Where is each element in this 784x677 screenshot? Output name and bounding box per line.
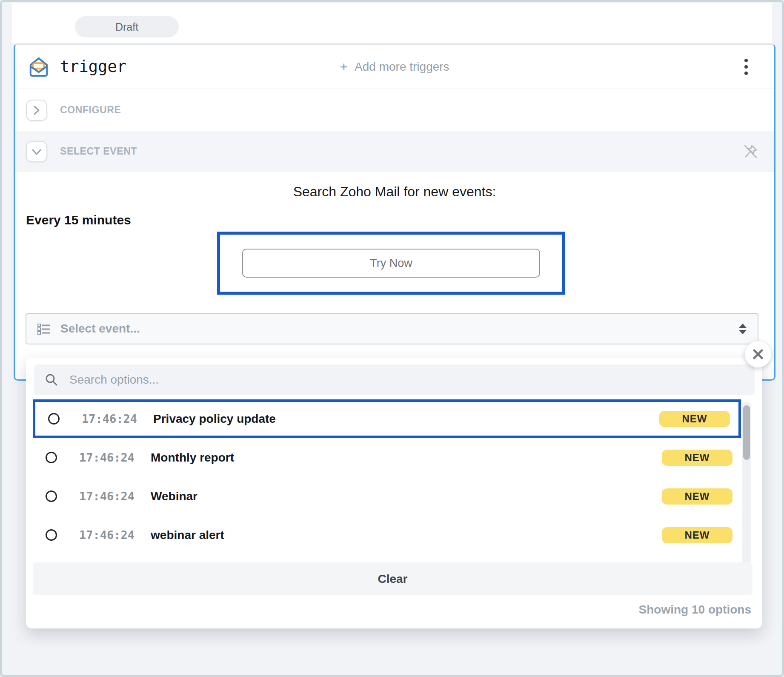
automation-builder-page: Draft trigger + Add more triggers [0, 0, 784, 677]
pin-off-icon[interactable] [741, 142, 760, 161]
select-event-label: SELECT EVENT [60, 146, 137, 157]
top-bar: Draft [12, 3, 772, 43]
kebab-menu-icon[interactable] [742, 56, 750, 77]
option-timestamp: 17:46:24 [79, 451, 134, 464]
radio-button-icon[interactable] [46, 529, 57, 541]
chevron-down-icon [31, 147, 42, 156]
option-label: Privacy policy update [153, 412, 276, 426]
select-event-dropdown[interactable]: Select event... [26, 313, 758, 344]
mail-envelope-icon [27, 55, 51, 79]
try-now-button[interactable]: Try Now [242, 249, 540, 278]
new-badge: NEW [662, 527, 732, 543]
new-badge: NEW [662, 450, 732, 466]
option-timestamp: 17:46:24 [82, 412, 137, 425]
status-badge: Draft [75, 16, 179, 37]
new-badge: NEW [662, 488, 732, 505]
search-icon [45, 373, 58, 387]
chevron-right-icon [32, 105, 41, 116]
option-label: Monthly report [151, 451, 234, 465]
option-row[interactable]: 17:46:24 Webinar NEW [33, 477, 741, 516]
select-event-section-header: SELECT EVENT [15, 131, 774, 172]
trigger-title: trigger [60, 57, 126, 76]
option-row[interactable]: 17:46:24 webinar alert NEW [33, 516, 741, 554]
event-options-dropdown-panel: Search options... 17:46:24 Privacy polic… [26, 358, 762, 628]
options-scrollbar-thumb[interactable] [743, 405, 750, 460]
radio-button-icon[interactable] [48, 413, 60, 425]
options-list: 17:46:24 Privacy policy update NEW 17:46… [26, 399, 762, 554]
add-more-triggers-button[interactable]: + Add more triggers [340, 60, 449, 74]
option-timestamp: 17:46:24 [79, 528, 134, 542]
configure-section-header: CONFIGURE [15, 89, 774, 131]
configure-label: CONFIGURE [60, 104, 121, 116]
close-icon [752, 348, 764, 360]
add-more-triggers-label: Add more triggers [355, 60, 449, 74]
option-label: Webinar [151, 490, 197, 503]
new-badge: NEW [659, 411, 730, 427]
clear-button[interactable]: Clear [33, 562, 753, 595]
option-row[interactable]: 17:46:24 Monthly report NEW [33, 438, 741, 477]
list-icon [37, 323, 50, 335]
trigger-card-header: trigger + Add more triggers [15, 45, 774, 89]
radio-button-icon[interactable] [46, 452, 57, 463]
trigger-card: trigger + Add more triggers CONFIGURE SE… [14, 43, 775, 381]
option-label: webinar alert [151, 528, 224, 542]
search-events-heading: Search Zoho Mail for new events: [15, 184, 774, 200]
radio-button-icon[interactable] [46, 491, 57, 502]
options-count-text: Showing 10 options [639, 603, 751, 617]
close-dropdown-button[interactable] [745, 341, 771, 367]
configure-expand-button[interactable] [26, 100, 47, 121]
plus-icon: + [340, 60, 348, 74]
select-event-placeholder: Select event... [60, 322, 140, 336]
polling-schedule-text: Every 15 minutes [26, 213, 131, 227]
try-now-highlight-box: Try Now [217, 232, 565, 295]
select-event-content: Search Zoho Mail for new events: Every 1… [15, 172, 774, 379]
options-search-placeholder: Search options... [69, 373, 159, 387]
select-event-collapse-button[interactable] [26, 141, 47, 162]
option-row[interactable]: 17:46:24 Privacy policy update NEW [33, 399, 741, 438]
options-search-field[interactable]: Search options... [34, 364, 755, 395]
sort-arrows-icon [739, 324, 747, 334]
status-badge-label: Draft [115, 21, 138, 33]
option-timestamp: 17:46:24 [79, 490, 134, 503]
